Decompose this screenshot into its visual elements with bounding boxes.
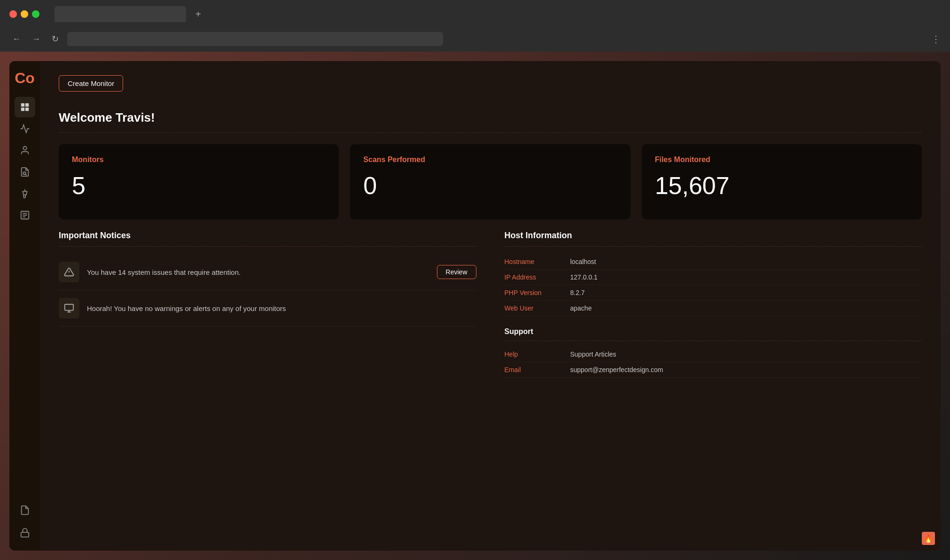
notice-text-0: You have 14 system issues that require a…	[87, 268, 429, 276]
notice-item-0: You have 14 system issues that require a…	[59, 254, 476, 290]
welcome-title: Welcome Travis!	[59, 101, 922, 133]
back-button[interactable]: ←	[9, 32, 23, 46]
review-button[interactable]: Review	[437, 265, 476, 279]
stat-value-files: 15,607	[655, 173, 909, 198]
file-icon	[20, 505, 30, 515]
info-row-webuser: Web User apache	[505, 301, 922, 316]
main-content: Create Monitor Welcome Travis! Monitors …	[40, 61, 941, 551]
host-info-section: Host Information Hostname localhost IP A…	[505, 231, 922, 378]
warning-icon	[64, 267, 74, 277]
info-key-webuser: Web User	[505, 304, 570, 312]
close-button[interactable]	[9, 10, 17, 18]
minimize-button[interactable]	[21, 10, 28, 18]
info-row-php: PHP Version 8.2.7	[505, 285, 922, 301]
info-row-email: Email support@zenperfectdesign.com	[505, 362, 922, 378]
svg-line-6	[25, 174, 26, 175]
info-val-webuser: apache	[570, 304, 592, 312]
support-table: Help Support Articles Email support@zenp…	[505, 347, 922, 378]
search-file-icon	[20, 167, 30, 177]
info-key-php: PHP Version	[505, 289, 570, 296]
person-icon	[20, 145, 30, 156]
sidebar-item-plugins[interactable]	[15, 183, 35, 204]
info-row-ip: IP Address 127.0.0.1	[505, 270, 922, 285]
svg-rect-0	[21, 103, 24, 107]
app-wrapper: Co	[0, 52, 950, 560]
address-bar[interactable]	[67, 32, 443, 46]
sidebar-item-lock[interactable]	[15, 522, 35, 543]
svg-rect-1	[25, 103, 28, 107]
info-key-ip: IP Address	[505, 273, 570, 281]
stat-card-scans: Scans Performed 0	[350, 144, 630, 219]
log-icon	[20, 210, 30, 220]
sidebar-item-files[interactable]	[15, 500, 35, 521]
grid-icon	[20, 102, 30, 112]
browser-chrome: + ← → ↻ ⋮	[0, 0, 950, 52]
notice-icon-1	[59, 298, 79, 319]
browser-tabs	[55, 6, 186, 22]
info-val-php: 8.2.7	[570, 289, 585, 296]
stat-card-files: Files Monitored 15,607	[642, 144, 922, 219]
notice-text-1: Hoorah! You have no warnings or alerts o…	[87, 304, 476, 312]
stat-label-files: Files Monitored	[655, 156, 909, 164]
support-title: Support	[505, 327, 922, 341]
fire-badge: 🔥	[922, 532, 935, 545]
stat-value-monitors: 5	[72, 173, 326, 198]
info-key-email: Email	[505, 366, 570, 373]
stat-label-scans: Scans Performed	[363, 156, 617, 164]
host-info-title: Host Information	[505, 231, 922, 247]
sidebar: Co	[9, 61, 40, 551]
monitor-icon	[64, 303, 74, 313]
traffic-lights	[9, 10, 39, 18]
create-monitor-button[interactable]: Create Monitor	[59, 75, 123, 92]
new-tab-button[interactable]: +	[195, 9, 201, 20]
stat-label-monitors: Monitors	[72, 156, 326, 164]
stat-value-scans: 0	[363, 173, 617, 198]
sidebar-item-users[interactable]	[15, 140, 35, 161]
activity-icon	[20, 124, 30, 134]
info-key-hostname: Hostname	[505, 258, 570, 265]
svg-rect-3	[25, 108, 28, 111]
notices-title: Important Notices	[59, 231, 476, 247]
sidebar-item-logs[interactable]	[15, 205, 35, 226]
sidebar-bottom	[15, 500, 35, 551]
refresh-button[interactable]: ↻	[49, 32, 62, 46]
sidebar-nav	[15, 97, 35, 498]
app-logo[interactable]: Co	[15, 70, 35, 86]
more-options-button[interactable]: ⋮	[931, 33, 941, 45]
browser-nav: ← → ↻ ⋮	[0, 28, 950, 52]
info-val-email[interactable]: support@zenperfectdesign.com	[570, 366, 663, 373]
svg-point-5	[23, 172, 26, 175]
host-info-table: Hostname localhost IP Address 127.0.0.1 …	[505, 254, 922, 316]
browser-tab[interactable]	[55, 6, 186, 22]
sidebar-item-search[interactable]	[15, 162, 35, 182]
info-val-hostname: localhost	[570, 258, 596, 265]
info-val-help[interactable]: Support Articles	[570, 350, 616, 358]
stat-card-monitors: Monitors 5	[59, 144, 339, 219]
info-val-ip: 127.0.0.1	[570, 273, 598, 281]
lock-icon	[20, 528, 30, 538]
sidebar-item-activity[interactable]	[15, 118, 35, 139]
svg-rect-14	[65, 304, 73, 311]
info-key-help: Help	[505, 350, 570, 358]
stats-row: Monitors 5 Scans Performed 0 Files Monit…	[59, 144, 922, 219]
notices-section: Important Notices You have 14 system iss…	[59, 231, 476, 378]
plug-icon	[20, 188, 30, 199]
info-row-hostname: Hostname localhost	[505, 254, 922, 270]
app-container: Co	[9, 61, 941, 551]
app-header: Create Monitor	[59, 75, 922, 92]
maximize-button[interactable]	[32, 10, 39, 18]
browser-titlebar: +	[0, 0, 950, 28]
svg-rect-11	[21, 532, 29, 537]
notice-icon-0	[59, 262, 79, 282]
svg-rect-2	[21, 108, 24, 111]
svg-point-4	[23, 147, 26, 150]
sidebar-item-dashboard[interactable]	[15, 97, 35, 117]
two-col-layout: Important Notices You have 14 system iss…	[59, 231, 922, 378]
forward-button[interactable]: →	[29, 32, 43, 46]
info-row-help: Help Support Articles	[505, 347, 922, 362]
notice-item-1: Hoorah! You have no warnings or alerts o…	[59, 290, 476, 327]
